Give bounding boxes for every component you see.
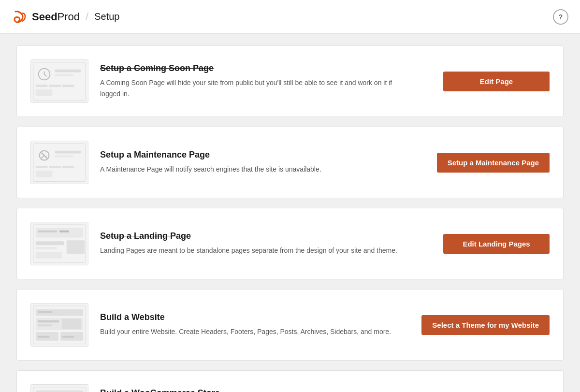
seedprod-logo-icon [12,9,28,25]
svg-rect-22 [38,230,57,232]
card-woocommerce: Build a WooCommerce Store Create an enti… [16,370,564,392]
card-title-maintenance: Setup a Maintenance Page [100,150,425,160]
card-title-woocommerce: Build a WooCommerce Store [100,388,419,392]
svg-rect-37 [38,336,50,338]
svg-rect-5 [55,74,73,76]
svg-rect-24 [36,241,64,245]
header-left: SeedProd / Setup [12,9,119,25]
card-button-website[interactable]: Select a Theme for my Website [421,315,550,335]
svg-rect-21 [36,228,83,238]
card-body-maintenance: Setup a Maintenance Page A Maintenance P… [100,150,425,174]
page-title: Setup [94,11,119,22]
help-button[interactable]: ? [553,9,568,25]
svg-rect-34 [62,319,81,329]
card-button-coming-soon[interactable]: Edit Page [443,72,550,91]
card-maintenance: Setup a Maintenance Page A Maintenance P… [16,127,564,198]
svg-rect-14 [55,150,81,153]
card-action-website: Select a Theme for my Website [421,315,550,335]
svg-rect-25 [36,247,57,249]
svg-rect-7 [49,85,61,87]
card-image-woocommerce [30,384,88,392]
svg-rect-40 [36,391,83,392]
svg-rect-23 [59,230,69,232]
card-image-coming-soon [30,59,88,103]
svg-rect-4 [55,69,81,72]
card-desc-coming-soon: A Coming Soon Page will hide your site f… [100,77,414,99]
card-body-landing: Setup a Landing Page Landing Pages are m… [100,231,432,256]
card-coming-soon: Setup a Coming Soon Page A Coming Soon P… [16,45,564,117]
svg-rect-26 [67,240,85,254]
svg-rect-9 [36,89,52,96]
card-desc-maintenance: A Maintenance Page will notify search en… [100,164,414,174]
main-content: Setup a Coming Soon Page A Coming Soon P… [5,34,575,392]
card-action-maintenance: Setup a Maintenance Page [437,153,550,173]
card-body-woocommerce: Build a WooCommerce Store Create an enti… [100,388,419,392]
logo: SeedProd [12,9,80,25]
card-desc-landing: Landing Pages are meant to be standalone… [100,245,414,256]
card-desc-website: Build your entire Website. Create Header… [100,326,410,337]
card-image-maintenance [30,141,88,184]
card-landing: Setup a Landing Page Landing Pages are m… [16,208,564,279]
svg-rect-27 [36,252,62,259]
card-body-coming-soon: Setup a Coming Soon Page A Coming Soon P… [100,63,432,99]
svg-rect-8 [62,85,74,87]
card-button-maintenance[interactable]: Setup a Maintenance Page [437,153,550,173]
svg-rect-17 [49,166,61,168]
svg-rect-16 [36,166,48,168]
card-action-coming-soon: Edit Page [443,72,550,91]
card-title-coming-soon: Setup a Coming Soon Page [100,63,432,73]
card-button-landing[interactable]: Edit Landing Pages [443,234,550,254]
svg-rect-32 [38,320,59,322]
svg-rect-38 [62,336,74,338]
card-title-website: Build a Website [100,312,410,322]
header-divider: / [86,11,88,23]
logo-text: SeedProd [32,11,80,23]
svg-rect-6 [36,85,48,87]
card-website: Build a Website Build your entire Websit… [16,289,564,361]
svg-rect-15 [55,155,73,157]
svg-rect-30 [38,311,53,313]
svg-rect-19 [36,171,52,177]
app-header: SeedProd / Setup ? [0,0,580,34]
svg-rect-33 [38,324,52,326]
card-image-landing [30,222,88,265]
card-body-website: Build a Website Build your entire Websit… [100,312,410,337]
card-image-website [30,303,88,347]
card-title-landing: Setup a Landing Page [100,231,432,241]
svg-rect-18 [62,166,74,168]
card-action-landing: Edit Landing Pages [443,234,550,254]
